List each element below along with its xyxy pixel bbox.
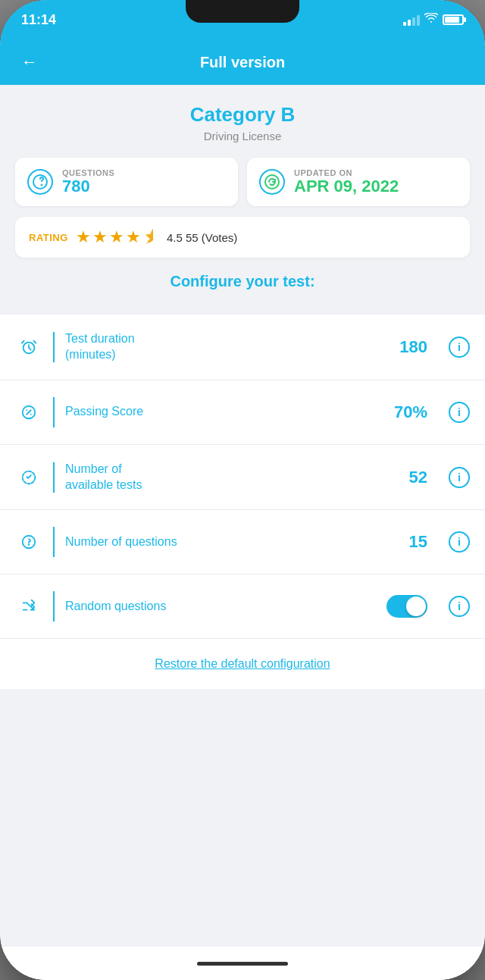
num-questions-icon xyxy=(15,528,42,556)
svg-point-7 xyxy=(29,545,30,546)
battery-icon xyxy=(443,14,464,25)
available-tests-row: Number ofavailable tests 52 i xyxy=(0,445,485,511)
info-cards: QUESTIONS 780 xyxy=(15,158,470,206)
updated-value: APR 09, 2022 xyxy=(294,177,399,196)
wifi-icon xyxy=(424,13,438,27)
star-2: ★ xyxy=(92,227,108,247)
test-duration-label: Test duration(minutes) xyxy=(65,331,389,363)
num-questions-row: Number of questions 15 i xyxy=(0,510,485,575)
home-indicator xyxy=(0,947,485,980)
header-title: Full version xyxy=(200,54,285,71)
available-tests-value: 52 xyxy=(409,468,427,487)
rating-value: 4.5 55 (Votes) xyxy=(167,231,237,244)
questions-value: 780 xyxy=(62,177,114,196)
config-divider-5 xyxy=(53,591,55,622)
status-icons xyxy=(403,13,464,27)
star-1: ★ xyxy=(76,227,91,247)
test-duration-row: Test duration(minutes) 180 i xyxy=(0,315,485,380)
app-header: ← Full version xyxy=(0,39,485,85)
rating-label: RATING xyxy=(29,232,68,243)
signal-bars-icon xyxy=(403,14,420,26)
top-section: Category B Driving License xyxy=(0,85,485,308)
category-title: Category B xyxy=(15,103,470,127)
main-content: Category B Driving License xyxy=(0,85,485,947)
passing-score-value: 70% xyxy=(394,402,427,422)
restore-section: Restore the default configuration xyxy=(0,638,485,689)
updated-card: UPDATED ON APR 09, 2022 xyxy=(247,158,470,206)
updated-icon xyxy=(259,169,285,195)
config-divider-3 xyxy=(53,462,55,493)
alarm-icon xyxy=(15,333,42,361)
notch xyxy=(186,0,299,23)
test-duration-value: 180 xyxy=(399,337,427,357)
available-tests-label: Number ofavailable tests xyxy=(65,462,399,493)
back-button[interactable]: ← xyxy=(15,46,44,78)
category-subtitle: Driving License xyxy=(15,130,470,142)
stars: ★ ★ ★ ★ ⯨ xyxy=(76,227,159,247)
passing-score-label: Passing Score xyxy=(65,404,383,420)
star-3: ★ xyxy=(109,227,124,247)
available-tests-icon xyxy=(15,464,42,491)
status-time: 11:14 xyxy=(21,12,56,28)
questions-icon xyxy=(27,169,53,195)
phone-shell: 11:14 ← xyxy=(0,0,485,980)
config-divider-2 xyxy=(53,397,55,427)
passing-score-info-button[interactable]: i xyxy=(449,402,470,423)
restore-link[interactable]: Restore the default configuration xyxy=(155,657,330,670)
shuffle-icon xyxy=(15,593,42,620)
svg-point-1 xyxy=(42,185,42,186)
random-questions-label: Random questions xyxy=(65,599,376,615)
config-divider-4 xyxy=(53,527,55,557)
toggle-thumb xyxy=(406,596,426,616)
phone-screen: 11:14 ← xyxy=(0,0,485,980)
star-5: ⯨ xyxy=(142,227,159,247)
percent-icon xyxy=(15,399,42,426)
num-questions-info-button[interactable]: i xyxy=(449,531,470,553)
random-questions-row: Random questions i xyxy=(0,575,485,638)
num-questions-label: Number of questions xyxy=(65,534,399,550)
star-4: ★ xyxy=(126,227,141,247)
num-questions-value: 15 xyxy=(409,532,427,552)
configure-title: Configure your test: xyxy=(15,273,470,290)
home-bar xyxy=(197,962,288,966)
rating-card: RATING ★ ★ ★ ★ ⯨ 4.5 55 (Votes) xyxy=(15,217,470,258)
config-divider-1 xyxy=(53,332,55,362)
passing-score-row: Passing Score 70% i xyxy=(0,380,485,445)
random-questions-info-button[interactable]: i xyxy=(449,596,470,617)
test-duration-info-button[interactable]: i xyxy=(449,337,470,358)
random-questions-toggle[interactable] xyxy=(386,595,427,618)
available-tests-info-button[interactable]: i xyxy=(449,467,470,488)
questions-card: QUESTIONS 780 xyxy=(15,158,238,206)
config-section: Test duration(minutes) 180 i Passing S xyxy=(0,315,485,638)
